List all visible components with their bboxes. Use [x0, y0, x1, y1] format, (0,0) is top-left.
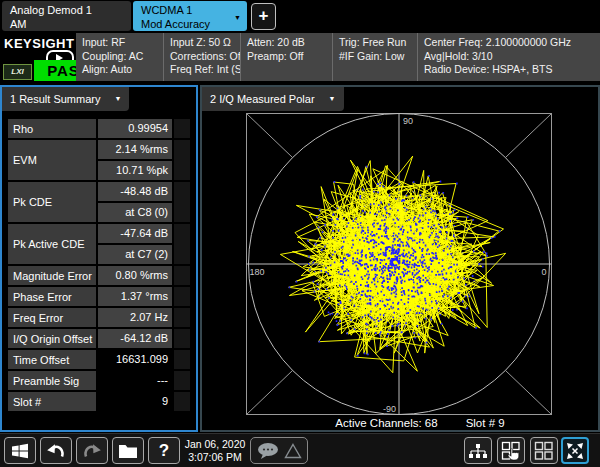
metric-values: -64.12 dB: [98, 329, 172, 348]
table-row: Pk Active CDE-47.64 dBat C7 (2): [8, 224, 190, 266]
metric-values: ---: [98, 371, 172, 390]
limit-indicator-cell: [172, 308, 190, 327]
table-row: Rho0.99954: [8, 119, 190, 140]
chevron-down-icon: ▼: [234, 11, 241, 25]
metric-value: 0.80 %rms: [98, 266, 172, 285]
metric-label: Magnitude Error: [8, 266, 98, 285]
info-line: Avg|Hold: 3/10: [424, 50, 597, 64]
triangle-icon: [284, 442, 302, 460]
help-icon: ?: [159, 442, 169, 459]
limit-indicator-cell: [172, 182, 190, 222]
info-column-trigger: Trig: Free Run#IF Gain: Low: [332, 33, 417, 81]
metric-label: Preamble Sig: [8, 371, 98, 390]
fullscreen-button[interactable]: [561, 437, 589, 464]
svg-text:180: 180: [250, 267, 265, 277]
metric-value: -64.12 dB: [98, 329, 172, 348]
metric-value: 16631.099 chips: [98, 350, 172, 369]
result-summary-window: 1 Result Summary▼ Rho0.99954EVM2.14 %rms…: [0, 85, 198, 432]
window-arrange-button[interactable]: [464, 437, 492, 464]
metric-values: 1.37 °rms: [98, 287, 172, 306]
limit-indicator-cell: [172, 287, 190, 306]
limit-indicator-cell: [172, 119, 190, 138]
metric-value: -48.48 dB: [98, 182, 172, 201]
metric-values: -47.64 dBat C7 (2): [98, 224, 172, 264]
screen-tab-line2: AM: [10, 17, 131, 31]
analyzer-screen: Analog Demod 1 AM WCDMA 1 Mod Accuracy ▼…: [0, 0, 600, 467]
screen-tab-line1: WCDMA 1: [141, 3, 247, 17]
help-button[interactable]: ?: [148, 437, 180, 464]
slot-number-value: Slot # 9: [466, 417, 505, 429]
metric-value: ---: [98, 371, 172, 390]
metric-label: Pk CDE: [8, 182, 98, 222]
metric-label: EVM: [8, 140, 98, 180]
table-row: I/Q Origin Offset-64.12 dB: [8, 329, 190, 350]
metric-label: Time Offset: [8, 350, 98, 369]
info-line: Align: Auto: [82, 63, 160, 77]
metric-values: 0.80 %rms: [98, 266, 172, 285]
screen-tab-line2: Mod Accuracy: [141, 17, 247, 31]
iq-polar-window-title[interactable]: 2 I/Q Measured Polar▼: [202, 87, 344, 111]
annotation-tools-button[interactable]: [250, 437, 308, 464]
metric-values: 16631.099 chips: [98, 350, 172, 369]
info-line: Radio Device: HSPA+, BTS: [424, 63, 597, 77]
info-line: Input Z: 50 Ω: [170, 36, 237, 50]
metric-values: 9: [98, 392, 172, 411]
result-summary-table: Rho0.99954EVM2.14 %rms10.71 %pkPk CDE-48…: [8, 119, 190, 413]
table-row: Magnitude Error0.80 %rms: [8, 266, 190, 287]
window-layout-button[interactable]: [530, 437, 558, 464]
table-row: Phase Error1.37 °rms: [8, 287, 190, 308]
metric-value: 0.99954: [98, 119, 172, 138]
result-summary-window-title[interactable]: 1 Result Summary▼: [2, 87, 129, 111]
info-column-frequency: Center Freq: 2.100000000 GHzAvg|Hold: 3/…: [417, 33, 600, 81]
datetime-display[interactable]: Jan 06, 2020 3:07:06 PM: [183, 438, 247, 463]
info-line: Center Freq: 2.100000000 GHz: [424, 36, 597, 50]
folder-icon: [118, 443, 138, 459]
metric-values: -48.48 dBat C8 (0): [98, 182, 172, 222]
fullscreen-icon: [565, 441, 585, 461]
grid-layout-icon: [534, 441, 554, 461]
undo-icon: [46, 442, 66, 460]
limit-indicator-cell: [172, 140, 190, 180]
table-row: EVM2.14 %rms10.71 %pk: [8, 140, 190, 182]
table-row: Pk CDE-48.48 dBat C8 (0): [8, 182, 190, 224]
metric-label: Pk Active CDE: [8, 224, 98, 264]
limit-indicator-cell: [172, 350, 190, 369]
svg-text:90: 90: [403, 116, 413, 126]
redo-icon: [82, 442, 102, 460]
screen-tab-line1: Analog Demod 1: [10, 3, 131, 17]
info-line: Preamp: Off: [247, 50, 329, 64]
metric-value: 9: [98, 392, 172, 411]
chat-bubble-icon: [256, 441, 280, 461]
info-column-atten: Atten: 20 dBPreamp: Off: [240, 33, 332, 81]
metric-label: Freq Error: [8, 308, 98, 327]
keysight-logo: KEYSIGHT: [4, 36, 74, 51]
file-button[interactable]: [112, 437, 144, 464]
date-value: Jan 06, 2020: [183, 438, 247, 451]
metric-value: 10.71 %pk: [98, 159, 172, 180]
windows-start-button[interactable]: [4, 437, 36, 464]
active-channels-value: Active Channels: 68: [335, 417, 437, 429]
time-value: 3:07:06 PM: [183, 451, 247, 464]
chevron-down-icon: ▼: [114, 95, 121, 102]
polar-status-line: Active Channels: 68Slot # 9: [202, 417, 598, 429]
metric-value: at C7 (2): [98, 243, 172, 264]
info-line: Freq Ref: Int (S): [170, 63, 237, 77]
screen-tab-wcdma[interactable]: WCDMA 1 Mod Accuracy ▼: [133, 1, 247, 31]
windows-icon: [11, 442, 29, 460]
limit-indicator-cell: [172, 224, 190, 264]
window-select-button[interactable]: [497, 437, 525, 464]
info-line: Trig: Free Run: [339, 36, 414, 50]
add-screen-button[interactable]: +: [251, 3, 276, 30]
limit-indicator-cell: [172, 392, 190, 411]
info-column-impedance: Input Z: 50 ΩCorrections: OffFreq Ref: I…: [163, 33, 240, 81]
metric-value: 1.37 °rms: [98, 287, 172, 306]
redo-button[interactable]: [76, 437, 108, 464]
metric-label: I/Q Origin Offset: [8, 329, 98, 348]
undo-button[interactable]: [40, 437, 72, 464]
touch-window-icon: [501, 441, 521, 461]
screen-tab-analog-demod[interactable]: Analog Demod 1 AM: [2, 1, 131, 31]
metric-values: 2.14 %rms10.71 %pk: [98, 140, 172, 180]
info-line: Atten: 20 dB: [247, 36, 329, 50]
info-line: Corrections: Off: [170, 50, 237, 64]
table-row: Freq Error2.07 Hz: [8, 308, 190, 329]
